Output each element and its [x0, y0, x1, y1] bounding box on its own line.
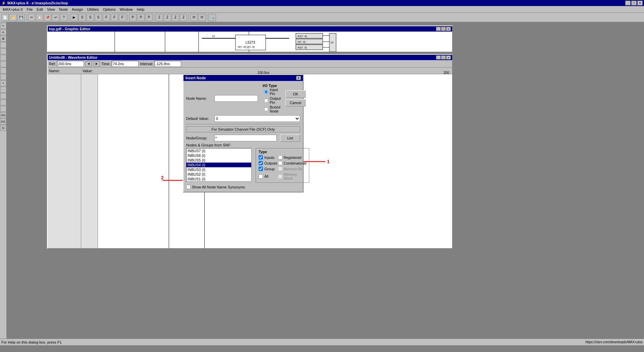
interval-input[interactable] — [154, 61, 181, 67]
tb-zoom4[interactable]: Z — [180, 14, 187, 21]
ref-inc[interactable]: ► — [93, 61, 100, 67]
menu-edit[interactable]: Edit — [35, 7, 45, 12]
status-bar: For Help on this dialog box, press F1 ht… — [0, 339, 644, 345]
cb-combinatorial-label: Combinatorial — [284, 161, 307, 165]
radio-input-pin-ctrl[interactable] — [264, 90, 268, 94]
node-group-input[interactable] — [214, 135, 277, 141]
cb-combinatorial[interactable] — [278, 161, 282, 165]
menu-view[interactable]: View — [45, 7, 57, 12]
tool-xo[interactable]: XO — [0, 112, 6, 118]
list-btn[interactable]: List — [280, 134, 300, 142]
ref-input[interactable] — [57, 61, 84, 67]
menu-maxplus[interactable]: MAX+plus II — [1, 7, 25, 12]
waveform-values-col — [81, 74, 98, 248]
ref-dec[interactable]: ◄ — [85, 61, 92, 67]
circuit-diagram: LS273 D[7..0] Q[7..0] 12 A1[7..0] X[7..0… — [48, 32, 452, 52]
cb-memory-bit[interactable] — [278, 167, 282, 171]
menu-options[interactable]: Options — [101, 7, 118, 12]
tb-copy[interactable]: 📋 — [36, 14, 43, 21]
cb-all[interactable] — [259, 174, 263, 179]
tool-5[interactable] — [0, 48, 6, 54]
tool-9[interactable] — [0, 74, 6, 80]
tb-zoom1[interactable]: Z — [156, 14, 163, 21]
ge-maximize[interactable]: □ — [441, 27, 446, 31]
node-item-0[interactable]: INBUS7 (I) — [186, 148, 251, 153]
tb-hier1[interactable]: H — [190, 14, 198, 21]
tb-fit2[interactable]: F — [111, 14, 118, 21]
tool-text[interactable]: A — [0, 29, 6, 35]
tb-zoom2[interactable]: Z — [164, 14, 171, 21]
tb-compile[interactable]: ▶ — [70, 14, 78, 21]
tb-search[interactable]: 🔍 — [209, 14, 216, 21]
radio-output-pin-ctrl[interactable] — [264, 98, 268, 103]
cb-synonyms[interactable] — [186, 185, 191, 189]
cb-registered[interactable] — [278, 155, 282, 160]
dialog-close-btn[interactable]: × — [296, 76, 301, 80]
waveform-names-col — [48, 74, 81, 248]
tb-sim1[interactable]: S — [78, 14, 86, 21]
tool-7[interactable] — [0, 61, 6, 67]
time-input[interactable] — [112, 61, 139, 67]
node-item-7[interactable]: INBUS0 (I) — [186, 181, 251, 182]
tool-8[interactable] — [0, 68, 6, 74]
we-minimize[interactable]: _ — [436, 55, 441, 59]
tb-prog1[interactable]: P — [129, 14, 137, 21]
tb-fit1[interactable]: F — [103, 14, 110, 21]
tb-prog3[interactable]: P — [145, 14, 153, 21]
tool-6[interactable] — [0, 55, 6, 61]
node-item-1[interactable]: INBUS6 (I) — [186, 153, 251, 158]
tb-undo[interactable]: ↩ — [52, 14, 59, 21]
tool-12[interactable] — [0, 93, 6, 99]
default-value-select[interactable]: 0 — [214, 115, 300, 122]
menu-file[interactable]: File — [25, 7, 35, 12]
radio-buried-node-ctrl[interactable] — [264, 107, 268, 112]
tb-cut[interactable]: ✂ — [28, 14, 35, 21]
ge-minimize[interactable]: _ — [436, 27, 441, 31]
minimize-btn[interactable]: _ — [625, 1, 631, 5]
tb-paste[interactable]: 📌 — [44, 14, 51, 21]
cb-memory-word[interactable] — [278, 174, 282, 179]
cb-inputs[interactable] — [259, 155, 263, 160]
cb-group[interactable] — [259, 167, 263, 171]
tb-new[interactable]: 📄 — [1, 14, 9, 21]
cancel-btn[interactable]: Cancel — [285, 99, 306, 106]
tool-zoom-in[interactable]: + — [0, 80, 6, 86]
node-name-input[interactable] — [214, 95, 258, 102]
tb-save[interactable]: 💾 — [17, 14, 25, 21]
tb-hier2[interactable]: H — [198, 14, 206, 21]
node-item-4[interactable]: INBUS3 (I) — [186, 167, 251, 172]
tool-13[interactable] — [0, 99, 6, 105]
menu-help[interactable]: Help — [135, 7, 147, 12]
tool-zoom-out[interactable]: - — [0, 87, 6, 93]
we-close[interactable]: × — [446, 55, 451, 59]
tool-grid[interactable]: ⊞ — [0, 36, 6, 42]
ge-close[interactable]: × — [446, 27, 451, 31]
node-item-6[interactable]: INBUS1 (I) — [186, 177, 251, 181]
tb-sim2[interactable]: S — [87, 14, 94, 21]
menu-node[interactable]: Node — [57, 7, 70, 12]
nodes-list[interactable]: INBUS7 (I) INBUS6 (I) INBUS5 (I) INBUS4 … — [186, 148, 252, 182]
tb-open[interactable]: 📂 — [9, 14, 17, 21]
tool-xg[interactable]: XG — [0, 119, 6, 125]
tb-help[interactable]: ? — [60, 14, 67, 21]
tool-14[interactable] — [0, 106, 6, 112]
close-btn[interactable]: × — [637, 1, 643, 5]
maximize-btn[interactable]: □ — [631, 1, 637, 5]
menu-utilities[interactable]: Utilities — [85, 7, 101, 12]
ok-btn[interactable]: OK — [285, 90, 306, 98]
tb-fit3[interactable]: F — [119, 14, 126, 21]
node-item-2[interactable]: INBUS5 (I) — [186, 158, 251, 163]
tb-zoom3[interactable]: Z — [172, 14, 179, 21]
tool-node[interactable]: ⊡ — [0, 125, 6, 131]
type-group-title: Type — [259, 150, 306, 154]
tb-prog2[interactable]: P — [137, 14, 145, 21]
node-item-3[interactable]: INBUS4 (I) — [186, 163, 251, 167]
tool-4[interactable] — [0, 42, 6, 48]
tool-select[interactable]: ↖ — [0, 23, 6, 29]
menu-window[interactable]: Window — [118, 7, 135, 12]
menu-assign[interactable]: Assign — [70, 7, 85, 12]
cb-outputs[interactable] — [259, 161, 263, 165]
tb-sim3[interactable]: S — [95, 14, 102, 21]
node-item-5[interactable]: INBUS2 (I) — [186, 172, 251, 177]
we-maximize[interactable]: □ — [441, 55, 446, 59]
